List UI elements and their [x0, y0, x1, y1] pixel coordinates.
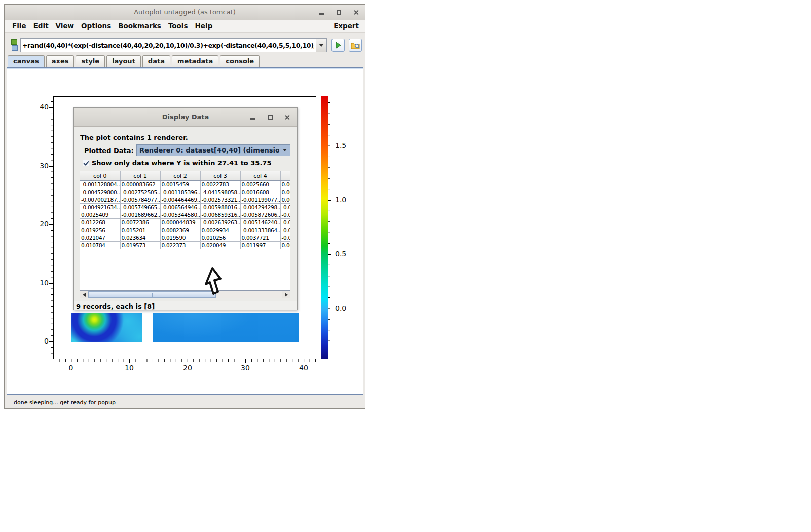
- table-cell[interactable]: -0.0: [280, 204, 290, 211]
- table-cell[interactable]: 0.010256: [200, 234, 240, 242]
- column-header[interactable]: col 4: [240, 171, 280, 181]
- table-row[interactable]: -0.004921634...-0.005749665...-0.0065649…: [80, 204, 290, 211]
- table-cell[interactable]: 0.012268: [80, 219, 120, 226]
- table-cell[interactable]: 0.0025409: [80, 211, 120, 219]
- table-row[interactable]: 0.0192560.0152010.00823690.0029934-0.001…: [80, 226, 290, 234]
- column-header[interactable]: [280, 171, 290, 181]
- menu-tools[interactable]: Tools: [165, 20, 192, 30]
- tab-metadata[interactable]: metadata: [172, 55, 218, 67]
- table-cell[interactable]: -0.006859316...: [200, 211, 240, 219]
- tab-canvas[interactable]: canvas: [8, 55, 45, 67]
- table-cell[interactable]: -0.001328804...: [80, 181, 120, 188]
- table-cell[interactable]: -0.001689662...: [120, 211, 160, 219]
- table-cell[interactable]: 0.00: [280, 188, 290, 196]
- file-browse-button[interactable]: [349, 39, 362, 52]
- table-cell[interactable]: 0.0016608: [240, 188, 280, 196]
- column-header[interactable]: col 0: [80, 171, 120, 181]
- table-cell[interactable]: 0.0029934: [200, 226, 240, 234]
- table-cell[interactable]: -0.0: [280, 211, 290, 219]
- table-cell[interactable]: -0.0: [280, 219, 290, 226]
- column-header[interactable]: col 1: [120, 171, 160, 181]
- table-row[interactable]: -0.001328804...0.0000836620.00154590.002…: [80, 181, 290, 188]
- table-cell[interactable]: -0.004464469...: [160, 196, 200, 204]
- table-cell[interactable]: 0.021047: [80, 234, 120, 242]
- table-cell[interactable]: 0.015201: [120, 226, 160, 234]
- table-cell[interactable]: 0.0082369: [160, 226, 200, 234]
- table-cell[interactable]: -0.004294298...: [240, 204, 280, 211]
- table-cell[interactable]: -0.002573321...: [200, 196, 240, 204]
- expert-toggle[interactable]: Expert: [334, 22, 359, 30]
- table-cell[interactable]: 0.00: [280, 181, 290, 188]
- table-row[interactable]: -0.007002187...-0.005784977...-0.0044644…: [80, 196, 290, 204]
- y-filter-checkbox[interactable]: [83, 160, 89, 166]
- table-row[interactable]: -0.004529800...-0.002752505...-0.0011853…: [80, 188, 290, 196]
- dialog-titlebar[interactable]: Display Data: [74, 108, 297, 127]
- dropdown-arrow-button[interactable]: [279, 145, 290, 156]
- table-cell[interactable]: -0.006564946...: [160, 204, 200, 211]
- table-cell[interactable]: 0.00: [280, 196, 290, 204]
- table-cell[interactable]: -0.001199077...: [240, 196, 280, 204]
- table-cell[interactable]: -0.001333864...: [240, 226, 280, 234]
- table-cell[interactable]: 0.000083662: [120, 181, 160, 188]
- table-cell[interactable]: -4.041598058...: [200, 188, 240, 196]
- table-cell[interactable]: 0.019256: [80, 226, 120, 234]
- table-cell[interactable]: 0.010784: [80, 242, 120, 249]
- table-cell[interactable]: 0.020049: [200, 242, 240, 249]
- go-play-button[interactable]: [331, 39, 345, 52]
- minimize-button[interactable]: [317, 8, 326, 16]
- table-cell[interactable]: -0.001185396...: [160, 188, 200, 196]
- menu-options[interactable]: Options: [78, 20, 115, 30]
- table-cell[interactable]: 0.023634: [120, 234, 160, 242]
- scrollbar-thumb[interactable]: [88, 291, 216, 298]
- table-cell[interactable]: 0.0022783: [200, 181, 240, 188]
- table-cell[interactable]: -0.007002187...: [80, 196, 120, 204]
- menu-bookmarks[interactable]: Bookmarks: [115, 20, 165, 30]
- window-titlebar[interactable]: Autoplot untagged (as tomcat): [5, 5, 365, 20]
- maximize-button[interactable]: [334, 8, 343, 16]
- table-cell[interactable]: 0.00: [280, 242, 290, 249]
- table-cell[interactable]: -0.0: [280, 234, 290, 242]
- table-cell[interactable]: 0.022373: [160, 242, 200, 249]
- plot-canvas[interactable]: Display Data The plot contains 1 rendere…: [7, 67, 363, 395]
- table-cell[interactable]: -0.002752505...: [120, 188, 160, 196]
- tab-axes[interactable]: axes: [46, 55, 75, 67]
- column-header[interactable]: col 2: [160, 171, 200, 181]
- table-row[interactable]: 0.0210470.0236340.0195900.0102560.003772…: [80, 234, 290, 242]
- table-cell[interactable]: -0.005749665...: [120, 204, 160, 211]
- table-row[interactable]: 0.0107840.0195730.0223730.0200490.011997…: [80, 242, 290, 249]
- table-cell[interactable]: 0.011997: [240, 242, 280, 249]
- menu-edit[interactable]: Edit: [30, 20, 52, 30]
- table-row[interactable]: 0.0122680.00723860.000044839-0.002639263…: [80, 219, 290, 226]
- uri-input[interactable]: [20, 38, 316, 52]
- menu-help[interactable]: Help: [192, 20, 216, 30]
- scroll-right-button[interactable]: [282, 291, 290, 298]
- table-cell[interactable]: 0.0025660: [240, 181, 280, 188]
- table-cell[interactable]: 0.019573: [120, 242, 160, 249]
- table-cell[interactable]: -0.002639263...: [200, 219, 240, 226]
- table-cell[interactable]: -0.005988016...: [200, 204, 240, 211]
- uri-history-dropdown[interactable]: [316, 38, 327, 52]
- table-cell[interactable]: 0.0015459: [160, 181, 200, 188]
- dialog-maximize-button[interactable]: [266, 113, 275, 121]
- table-cell[interactable]: 0.0072386: [120, 219, 160, 226]
- dialog-close-button[interactable]: [282, 113, 291, 121]
- table-cell[interactable]: -0.005146240...: [240, 219, 280, 226]
- table-cell[interactable]: -0.005344580...: [160, 211, 200, 219]
- tab-console[interactable]: console: [220, 55, 260, 67]
- close-button[interactable]: [351, 8, 360, 16]
- tab-data[interactable]: data: [142, 55, 170, 67]
- table-cell[interactable]: 0.000044839: [160, 219, 200, 226]
- table-cell[interactable]: -0.004921634...: [80, 204, 120, 211]
- table-row[interactable]: 0.0025409-0.001689662...-0.005344580...-…: [80, 211, 290, 219]
- menu-file[interactable]: File: [9, 20, 30, 30]
- table-cell[interactable]: -0.0: [280, 226, 290, 234]
- horizontal-scrollbar[interactable]: [80, 291, 290, 298]
- tab-layout[interactable]: layout: [106, 55, 141, 67]
- table-cell[interactable]: 0.019590: [160, 234, 200, 242]
- data-table-viewport[interactable]: col 0col 1col 2col 3col 4-0.001328804...…: [80, 171, 290, 291]
- table-cell[interactable]: -0.005784977...: [120, 196, 160, 204]
- tab-style[interactable]: style: [76, 55, 105, 67]
- table-cell[interactable]: -0.005872606...: [240, 211, 280, 219]
- dialog-minimize-button[interactable]: [248, 113, 257, 121]
- table-cell[interactable]: -0.004529800...: [80, 188, 120, 196]
